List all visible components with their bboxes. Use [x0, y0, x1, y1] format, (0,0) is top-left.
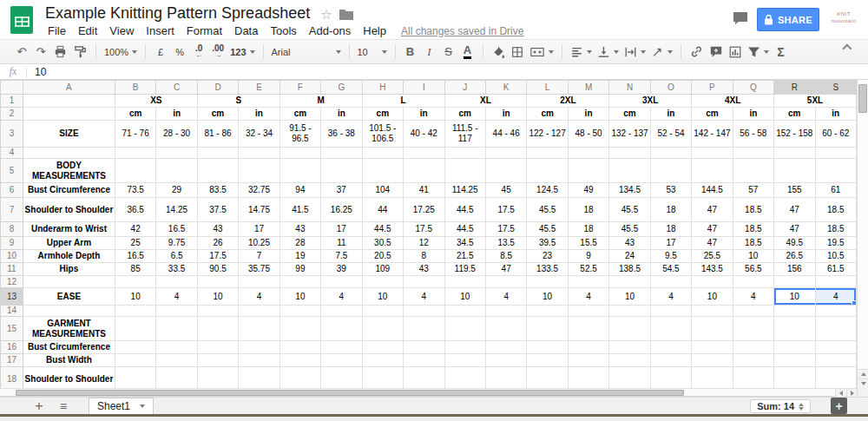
- col-header-A[interactable]: A: [23, 81, 115, 95]
- cell-Q11[interactable]: 56.5: [733, 263, 773, 276]
- cell-C6[interactable]: 29: [156, 183, 197, 198]
- cell-N17[interactable]: [609, 354, 650, 367]
- cell-A1[interactable]: [23, 95, 115, 108]
- cell-K7[interactable]: 17.5: [485, 198, 526, 222]
- cell-I18[interactable]: [404, 367, 444, 389]
- cell-A6[interactable]: Bust Circumference: [23, 183, 115, 198]
- cell-C18[interactable]: [156, 367, 197, 389]
- cell-O8[interactable]: 18: [650, 222, 691, 237]
- cell-A3[interactable]: SIZE: [23, 121, 115, 148]
- cell-G18[interactable]: [321, 367, 362, 389]
- comments-icon[interactable]: [733, 11, 748, 25]
- cell-A14[interactable]: [23, 306, 115, 317]
- cell-K5[interactable]: [485, 159, 526, 183]
- cell-E13[interactable]: 4: [239, 288, 279, 306]
- row-header-14[interactable]: 14: [1, 306, 23, 317]
- cell-H7[interactable]: 44: [362, 198, 403, 222]
- cell-G11[interactable]: 39: [321, 263, 362, 276]
- sum-badge[interactable]: Sum: 14: [750, 399, 811, 413]
- cell-G2[interactable]: in: [321, 108, 362, 121]
- cell-R17[interactable]: [774, 354, 815, 367]
- cell-P7[interactable]: 47: [692, 198, 733, 222]
- cell-R12[interactable]: [774, 276, 815, 288]
- cell-M8[interactable]: 18: [568, 222, 608, 237]
- horizontal-align-button[interactable]: [568, 43, 595, 62]
- percent-format-button[interactable]: %: [170, 43, 189, 62]
- document-title[interactable]: Example Knitting Pattern Spreadsheet: [45, 4, 310, 23]
- row-header-17[interactable]: 17: [1, 354, 23, 367]
- more-formats-button[interactable]: 123: [227, 43, 257, 62]
- cell-Q2[interactable]: in: [733, 108, 773, 121]
- cell-K8[interactable]: 17.5: [485, 222, 526, 237]
- cell-O4[interactable]: [650, 148, 691, 159]
- zoom-select[interactable]: 100%: [102, 43, 140, 62]
- cell-F11[interactable]: 99: [279, 263, 320, 276]
- cell-K18[interactable]: [485, 367, 526, 389]
- cell-size-group-5XL[interactable]: 5XL: [774, 95, 857, 108]
- cell-S17[interactable]: [815, 354, 857, 367]
- explore-button[interactable]: +: [831, 398, 847, 414]
- cell-A2[interactable]: [23, 108, 115, 121]
- col-header-J[interactable]: J: [444, 81, 485, 95]
- vertical-scrollbar[interactable]: [857, 80, 868, 388]
- cell-L9[interactable]: 39.5: [527, 237, 568, 250]
- cell-Q3[interactable]: 56 - 58: [733, 121, 773, 148]
- row-header-4[interactable]: 4: [1, 148, 23, 159]
- cell-K11[interactable]: 47: [485, 263, 526, 276]
- cell-P2[interactable]: cm: [692, 108, 733, 121]
- cell-F16[interactable]: [279, 341, 320, 354]
- cell-H12[interactable]: [362, 276, 403, 288]
- add-sheet-button[interactable]: +: [30, 398, 49, 414]
- cell-K17[interactable]: [485, 354, 526, 367]
- cell-S16[interactable]: [815, 341, 857, 354]
- cell-O10[interactable]: 9.5: [650, 250, 691, 263]
- cell-S5[interactable]: [815, 159, 857, 183]
- cell-M6[interactable]: 49: [568, 183, 608, 198]
- fill-handle[interactable]: [852, 300, 857, 306]
- vertical-align-button[interactable]: [595, 43, 621, 62]
- cell-L10[interactable]: 23: [527, 250, 568, 263]
- row-header-16[interactable]: 16: [1, 341, 23, 354]
- cell-J2[interactable]: cm: [444, 108, 485, 121]
- cell-G12[interactable]: [321, 276, 362, 288]
- cell-B16[interactable]: [115, 341, 155, 354]
- cell-G10[interactable]: 7.5: [321, 250, 362, 263]
- vertical-scrollbar-thumb[interactable]: [858, 84, 867, 113]
- cell-J6[interactable]: 114.25: [444, 183, 485, 198]
- font-size-select[interactable]: 10: [355, 43, 390, 62]
- cell-H14[interactable]: [362, 306, 403, 317]
- cell-N11[interactable]: 138.5: [609, 263, 650, 276]
- cell-A5[interactable]: BODY MEASUREMENTS: [23, 159, 115, 183]
- cell-H2[interactable]: cm: [362, 108, 403, 121]
- row-header-18[interactable]: 18: [1, 367, 23, 389]
- cell-P11[interactable]: 143.5: [692, 263, 733, 276]
- col-header-B[interactable]: B: [115, 81, 155, 95]
- row-header-12[interactable]: 12: [1, 276, 23, 288]
- cell-I14[interactable]: [404, 306, 444, 317]
- cell-H8[interactable]: 44.5: [362, 222, 403, 237]
- cell-L17[interactable]: [527, 354, 568, 367]
- cell-D7[interactable]: 37.5: [197, 198, 238, 222]
- cell-D6[interactable]: 83.5: [197, 183, 238, 198]
- cell-D16[interactable]: [197, 341, 238, 354]
- cell-R14[interactable]: [774, 306, 815, 317]
- cell-F9[interactable]: 28: [279, 237, 320, 250]
- cell-I5[interactable]: [404, 159, 444, 183]
- cell-G5[interactable]: [321, 159, 362, 183]
- print-icon[interactable]: [50, 43, 70, 62]
- cell-M11[interactable]: 52.5: [568, 263, 608, 276]
- col-header-P[interactable]: P: [692, 81, 733, 95]
- cell-G14[interactable]: [321, 306, 362, 317]
- cell-O2[interactable]: in: [650, 108, 691, 121]
- cell-S10[interactable]: 10.5: [815, 250, 857, 263]
- cell-F7[interactable]: 41.5: [279, 198, 320, 222]
- cell-L15[interactable]: [527, 317, 568, 341]
- cell-B17[interactable]: [115, 354, 155, 367]
- collapse-toolbar-icon[interactable]: [845, 43, 852, 50]
- row-header-15[interactable]: 15: [1, 317, 23, 341]
- cell-C5[interactable]: [156, 159, 197, 183]
- cell-M7[interactable]: 18: [568, 198, 608, 222]
- cell-G6[interactable]: 37: [321, 183, 362, 198]
- cell-P6[interactable]: 144.5: [692, 183, 733, 198]
- cell-size-group-XL[interactable]: XL: [444, 95, 527, 108]
